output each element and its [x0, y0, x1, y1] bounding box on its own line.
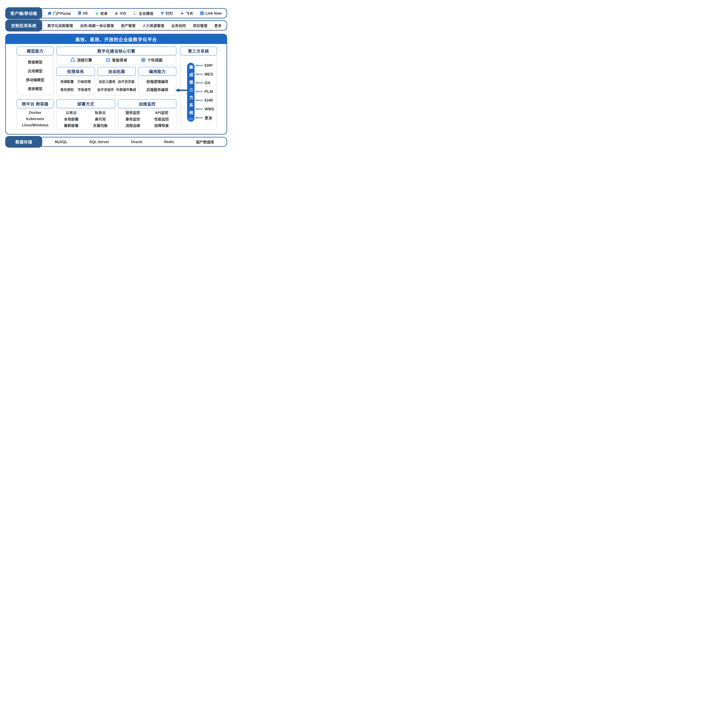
- client-bar-items: 门户Portal 5 H5 安卓: [44, 9, 225, 18]
- storage-item: Oracle: [131, 140, 142, 144]
- model-item: 数据模型: [28, 59, 42, 64]
- ops-monitoring-section: 运维监控 服务监控 API监控 事务监控 性能监控 流程运维 故障恢复: [118, 99, 176, 130]
- cross-platform-item: Linux/Windows: [22, 123, 49, 127]
- arrow-left-icon: [195, 64, 203, 67]
- client-item-label: H5: [83, 11, 88, 15]
- custom-app-item: 资产管理: [121, 23, 135, 28]
- custom-apps-bar: 定制应用系统 数字化采购管理 合同-档案一体化管理 资产管理 人力资源管理 业务…: [5, 20, 227, 31]
- platform-container: 高效、易用、开放的企业级数字化平台 模型能力 数据模型 应用模型 移动端模型 报…: [5, 34, 227, 135]
- platform-banner: 高效、易用、开放的企业级数字化平台: [6, 34, 226, 44]
- arrow-left-icon: [195, 81, 203, 84]
- core-engine-title: 数字化建设核心引擎: [56, 46, 176, 55]
- custom-apps-bar-items: 数字化采购管理 合同-档案一体化管理 资产管理 人力资源管理 业务协同 项目管理…: [44, 21, 225, 30]
- ops-row: 流程运维 故障恢复: [118, 123, 176, 128]
- storage-item: MySQL: [55, 140, 67, 144]
- free-extension-body: 自定义服务 自开发页面 自开发组件 外部插件集成: [98, 76, 136, 95]
- cross-platform-section: 跨平台 跨容器 Docker Kubernets Linux/Windows: [17, 99, 54, 130]
- deployment-body: 公有云 私有云 本地部署 高可用 集群部署 负载均衡: [56, 108, 115, 130]
- engine-feature-form: 智能表单: [106, 57, 127, 63]
- client-item-label: Link Now: [205, 11, 222, 15]
- home-icon: [47, 11, 52, 15]
- ops-row: 事务监控 性能监控: [118, 116, 176, 122]
- arrow-left-icon: [195, 90, 203, 93]
- third-party-title: 第三方系统: [180, 46, 217, 55]
- cross-platform-item: Kubernets: [26, 117, 44, 121]
- arrow-left-icon: [195, 108, 203, 110]
- engine-feature-label: 个性视图: [147, 57, 162, 63]
- permission-section: 权限体系 资源配置 行级权限 角色授权 字段读写: [56, 67, 95, 95]
- deployment-row: 公有云 私有云: [57, 110, 115, 115]
- permission-title: 权限体系: [56, 67, 95, 76]
- client-item-portal: 门户Portal: [47, 11, 71, 16]
- feishu-icon: [180, 11, 184, 15]
- custom-app-item: 业务协同: [171, 23, 186, 28]
- arrow-left-icon: [195, 99, 203, 102]
- deployment-title: 部署方式: [56, 99, 115, 108]
- free-extension-title: 自由拓展: [98, 67, 136, 76]
- integration-arrow-icon: [175, 88, 187, 92]
- arrow-left-icon: [195, 116, 203, 119]
- dingtalk-icon: [160, 11, 164, 15]
- pill-bottom-ellipse: [188, 118, 194, 121]
- model-item: 报表模型: [28, 86, 42, 91]
- client-bar-label: 客户端/移动端: [5, 7, 42, 19]
- third-party-row: WMS: [195, 107, 214, 111]
- client-item-feishu: 飞书: [180, 11, 193, 16]
- client-item-label: 安卓: [100, 11, 108, 16]
- cross-platform-body: Docker Kubernets Linux/Windows: [17, 108, 54, 130]
- third-party-row: PLM: [195, 89, 213, 94]
- android-icon: [95, 11, 99, 15]
- third-party-body: 集成第三方系统 ERP MES OA PLM: [180, 55, 217, 130]
- custom-apps-bar-label: 定制应用系统: [5, 20, 42, 31]
- custom-app-item: 项目管理: [193, 23, 207, 28]
- core-engine-section: 数字化建设核心引擎 流程引擎: [56, 46, 176, 65]
- engine-feature-label: 智能表单: [112, 57, 127, 63]
- flow-engine-icon: [70, 57, 75, 63]
- client-item-label: 钉钉: [166, 11, 173, 16]
- third-party-row: 更多: [195, 116, 213, 120]
- cross-platform-item: Docker: [29, 110, 41, 115]
- data-storage-bar-label: 数据存储: [5, 136, 42, 148]
- client-item-h5: 5 H5: [78, 11, 88, 15]
- storage-item: 国产数据库: [196, 139, 214, 144]
- client-item-wechat-work: 企业微信: [133, 11, 153, 16]
- arrow-left-icon: [195, 73, 203, 76]
- model-item: 移动端模型: [26, 77, 44, 82]
- svg-text:5: 5: [79, 12, 80, 14]
- free-extension-row: 自定义服务 自开发页面: [98, 79, 135, 84]
- data-storage-bar-items: MySQL SQL Server Oracle Redis 国产数据库: [44, 138, 225, 146]
- data-storage-bar: 数据存储 MySQL SQL Server Oracle Redis 国产数据库: [5, 137, 227, 147]
- integration-pill-label: 集成第三方系统: [189, 65, 193, 118]
- engine-feature-view: 个性视图: [141, 57, 162, 63]
- permission-row: 角色授权 字段读写: [57, 87, 95, 92]
- custom-app-item-more: 更多: [214, 23, 222, 28]
- storage-item: Redis: [164, 140, 174, 144]
- engine-feature-flow: 流程引擎: [70, 57, 92, 63]
- free-extension-row: 自开发组件 外部插件集成: [98, 87, 135, 92]
- smart-form-icon: [106, 57, 111, 62]
- client-item-label: 门户Portal: [53, 11, 71, 16]
- apple-icon: [115, 11, 119, 15]
- client-item-label: 飞书: [185, 11, 193, 16]
- free-extension-section: 自由拓展 自定义服务 自开发页面 自开发组件 外部插件集成: [98, 67, 136, 95]
- model-capability-section: 模型能力 数据模型 应用模型 移动端模型 报表模型: [17, 46, 54, 95]
- client-item-linknow: Link Now: [200, 11, 222, 15]
- storage-item: SQL Server: [89, 140, 109, 144]
- model-capability-title: 模型能力: [17, 46, 54, 55]
- third-party-row: EHR: [195, 98, 213, 102]
- permission-row: 资源配置 行级权限: [57, 79, 95, 84]
- client-item-ios: iOS: [115, 11, 126, 15]
- client-item-label: iOS: [120, 11, 126, 15]
- client-item-android: 安卓: [95, 11, 108, 16]
- model-item: 应用模型: [28, 68, 42, 73]
- custom-app-item: 数字化采购管理: [47, 23, 73, 28]
- deployment-section: 部署方式 公有云 私有云 本地部署 高可用 集群部署 负载均衡: [56, 99, 115, 130]
- platform-body: 模型能力 数据模型 应用模型 移动端模型 报表模型 数字化建设核心引擎: [6, 44, 226, 124]
- cross-platform-title: 跨平台 跨容器: [17, 99, 54, 108]
- html5-icon: 5: [78, 11, 82, 15]
- third-party-row: OA: [195, 81, 211, 85]
- orchestration-body: 前端逻辑编排 后端服务编排: [138, 76, 176, 95]
- custom-app-item: 人力资源管理: [142, 23, 164, 28]
- orchestration-section: 编排能力 前端逻辑编排 后端服务编排: [138, 67, 176, 95]
- orchestration-item: 前端逻辑编排: [146, 79, 168, 84]
